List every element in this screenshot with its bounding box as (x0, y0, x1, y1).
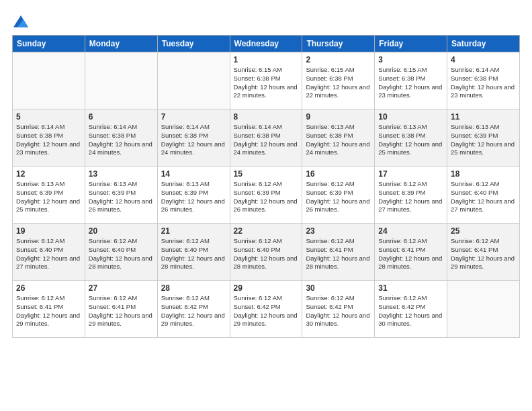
day-number: 12 (16, 169, 81, 179)
day-info: Sunrise: 6:12 AMSunset: 6:41 PMDaylight:… (451, 237, 516, 271)
day-number: 26 (16, 283, 81, 293)
day-info: Sunrise: 6:12 AMSunset: 6:42 PMDaylight:… (234, 294, 299, 328)
calendar-day-empty (13, 52, 85, 109)
day-number: 22 (234, 226, 299, 236)
day-number: 14 (161, 169, 226, 179)
calendar-day-empty (157, 52, 230, 109)
col-header-tuesday: Tuesday (157, 36, 230, 52)
calendar-week-row: 26Sunrise: 6:12 AMSunset: 6:41 PMDayligh… (13, 281, 520, 338)
col-header-sunday: Sunday (13, 36, 85, 52)
calendar-day-2: 2Sunrise: 6:15 AMSunset: 6:38 PMDaylight… (302, 52, 375, 109)
calendar-day-4: 4Sunrise: 6:14 AMSunset: 6:38 PMDaylight… (447, 52, 520, 109)
day-info: Sunrise: 6:12 AMSunset: 6:39 PMDaylight:… (234, 180, 299, 214)
day-number: 7 (161, 112, 226, 122)
day-number: 25 (451, 226, 516, 236)
calendar-day-30: 30Sunrise: 6:12 AMSunset: 6:42 PMDayligh… (302, 281, 375, 338)
day-info: Sunrise: 6:12 AMSunset: 6:41 PMDaylight:… (378, 237, 443, 271)
day-number: 30 (306, 283, 371, 293)
day-number: 16 (306, 169, 371, 179)
day-number: 1 (234, 55, 299, 64)
day-info: Sunrise: 6:12 AMSunset: 6:40 PMDaylight:… (161, 237, 226, 271)
calendar-day-31: 31Sunrise: 6:12 AMSunset: 6:42 PMDayligh… (375, 281, 447, 338)
day-info: Sunrise: 6:14 AMSunset: 6:38 PMDaylight:… (161, 123, 226, 157)
calendar-day-9: 9Sunrise: 6:13 AMSunset: 6:38 PMDaylight… (302, 109, 375, 167)
day-number: 27 (89, 283, 154, 293)
day-number: 8 (234, 112, 299, 122)
calendar-day-3: 3Sunrise: 6:15 AMSunset: 6:38 PMDaylight… (375, 52, 447, 109)
day-number: 29 (234, 283, 299, 293)
day-number: 2 (306, 55, 371, 64)
page: SundayMondayTuesdayWednesdayThursdayFrid… (0, 0, 532, 411)
day-info: Sunrise: 6:12 AMSunset: 6:42 PMDaylight:… (161, 294, 226, 328)
calendar-week-row: 19Sunrise: 6:12 AMSunset: 6:40 PMDayligh… (13, 224, 520, 281)
col-header-wednesday: Wednesday (230, 36, 302, 52)
day-info: Sunrise: 6:12 AMSunset: 6:42 PMDaylight:… (306, 294, 371, 328)
day-info: Sunrise: 6:14 AMSunset: 6:38 PMDaylight:… (451, 66, 516, 100)
calendar-day-19: 19Sunrise: 6:12 AMSunset: 6:40 PMDayligh… (13, 224, 85, 281)
calendar-day-8: 8Sunrise: 6:14 AMSunset: 6:38 PMDaylight… (230, 109, 302, 167)
calendar-day-7: 7Sunrise: 6:14 AMSunset: 6:38 PMDaylight… (157, 109, 230, 167)
day-number: 11 (451, 112, 516, 122)
day-info: Sunrise: 6:14 AMSunset: 6:38 PMDaylight:… (89, 123, 154, 157)
day-number: 21 (161, 226, 226, 236)
day-info: Sunrise: 6:15 AMSunset: 6:38 PMDaylight:… (234, 66, 299, 100)
calendar-table: SundayMondayTuesdayWednesdayThursdayFrid… (12, 35, 520, 338)
day-number: 9 (306, 112, 371, 122)
day-info: Sunrise: 6:13 AMSunset: 6:39 PMDaylight:… (16, 180, 81, 214)
header (12, 12, 520, 28)
day-info: Sunrise: 6:12 AMSunset: 6:41 PMDaylight:… (16, 294, 81, 328)
logo-icon (13, 13, 28, 28)
day-info: Sunrise: 6:12 AMSunset: 6:41 PMDaylight:… (89, 294, 154, 328)
day-info: Sunrise: 6:12 AMSunset: 6:39 PMDaylight:… (306, 180, 371, 214)
day-number: 31 (378, 283, 443, 293)
day-number: 24 (378, 226, 443, 236)
day-number: 17 (378, 169, 443, 179)
calendar-day-16: 16Sunrise: 6:12 AMSunset: 6:39 PMDayligh… (302, 167, 375, 224)
calendar-day-28: 28Sunrise: 6:12 AMSunset: 6:42 PMDayligh… (157, 281, 230, 338)
calendar-day-20: 20Sunrise: 6:12 AMSunset: 6:40 PMDayligh… (85, 224, 157, 281)
calendar-day-15: 15Sunrise: 6:12 AMSunset: 6:39 PMDayligh… (230, 167, 302, 224)
day-info: Sunrise: 6:12 AMSunset: 6:40 PMDaylight:… (89, 237, 154, 271)
day-number: 13 (89, 169, 154, 179)
calendar-day-21: 21Sunrise: 6:12 AMSunset: 6:40 PMDayligh… (157, 224, 230, 281)
col-header-friday: Friday (375, 36, 447, 52)
calendar-day-13: 13Sunrise: 6:13 AMSunset: 6:39 PMDayligh… (85, 167, 157, 224)
calendar-day-26: 26Sunrise: 6:12 AMSunset: 6:41 PMDayligh… (13, 281, 85, 338)
calendar-day-14: 14Sunrise: 6:13 AMSunset: 6:39 PMDayligh… (157, 167, 230, 224)
day-info: Sunrise: 6:12 AMSunset: 6:41 PMDaylight:… (306, 237, 371, 271)
calendar-day-25: 25Sunrise: 6:12 AMSunset: 6:41 PMDayligh… (447, 224, 520, 281)
col-header-monday: Monday (85, 36, 157, 52)
day-info: Sunrise: 6:12 AMSunset: 6:40 PMDaylight:… (451, 180, 516, 214)
day-number: 28 (161, 283, 226, 293)
day-info: Sunrise: 6:14 AMSunset: 6:38 PMDaylight:… (16, 123, 81, 157)
day-number: 4 (451, 55, 516, 64)
calendar-day-empty (447, 281, 520, 338)
calendar-header-row: SundayMondayTuesdayWednesdayThursdayFrid… (13, 36, 520, 52)
calendar-day-29: 29Sunrise: 6:12 AMSunset: 6:42 PMDayligh… (230, 281, 302, 338)
calendar-day-10: 10Sunrise: 6:13 AMSunset: 6:38 PMDayligh… (375, 109, 447, 167)
calendar-day-5: 5Sunrise: 6:14 AMSunset: 6:38 PMDaylight… (13, 109, 85, 167)
day-number: 6 (89, 112, 154, 122)
day-info: Sunrise: 6:14 AMSunset: 6:38 PMDaylight:… (234, 123, 299, 157)
calendar-day-11: 11Sunrise: 6:13 AMSunset: 6:39 PMDayligh… (447, 109, 520, 167)
day-number: 19 (16, 226, 81, 236)
calendar-day-1: 1Sunrise: 6:15 AMSunset: 6:38 PMDaylight… (230, 52, 302, 109)
day-number: 15 (234, 169, 299, 179)
day-info: Sunrise: 6:12 AMSunset: 6:42 PMDaylight:… (378, 294, 443, 328)
col-header-saturday: Saturday (447, 36, 520, 52)
col-header-thursday: Thursday (302, 36, 375, 52)
day-info: Sunrise: 6:12 AMSunset: 6:40 PMDaylight:… (16, 237, 81, 271)
calendar-day-12: 12Sunrise: 6:13 AMSunset: 6:39 PMDayligh… (13, 167, 85, 224)
calendar-day-24: 24Sunrise: 6:12 AMSunset: 6:41 PMDayligh… (375, 224, 447, 281)
day-info: Sunrise: 6:15 AMSunset: 6:38 PMDaylight:… (306, 66, 371, 100)
day-number: 18 (451, 169, 516, 179)
day-number: 3 (378, 55, 443, 64)
calendar-day-27: 27Sunrise: 6:12 AMSunset: 6:41 PMDayligh… (85, 281, 157, 338)
calendar-day-17: 17Sunrise: 6:12 AMSunset: 6:39 PMDayligh… (375, 167, 447, 224)
day-info: Sunrise: 6:12 AMSunset: 6:40 PMDaylight:… (234, 237, 299, 271)
day-info: Sunrise: 6:13 AMSunset: 6:39 PMDaylight:… (451, 123, 516, 157)
calendar-day-6: 6Sunrise: 6:14 AMSunset: 6:38 PMDaylight… (85, 109, 157, 167)
calendar-day-empty (85, 52, 157, 109)
calendar-week-row: 5Sunrise: 6:14 AMSunset: 6:38 PMDaylight… (13, 109, 520, 167)
day-info: Sunrise: 6:13 AMSunset: 6:38 PMDaylight:… (378, 123, 443, 157)
